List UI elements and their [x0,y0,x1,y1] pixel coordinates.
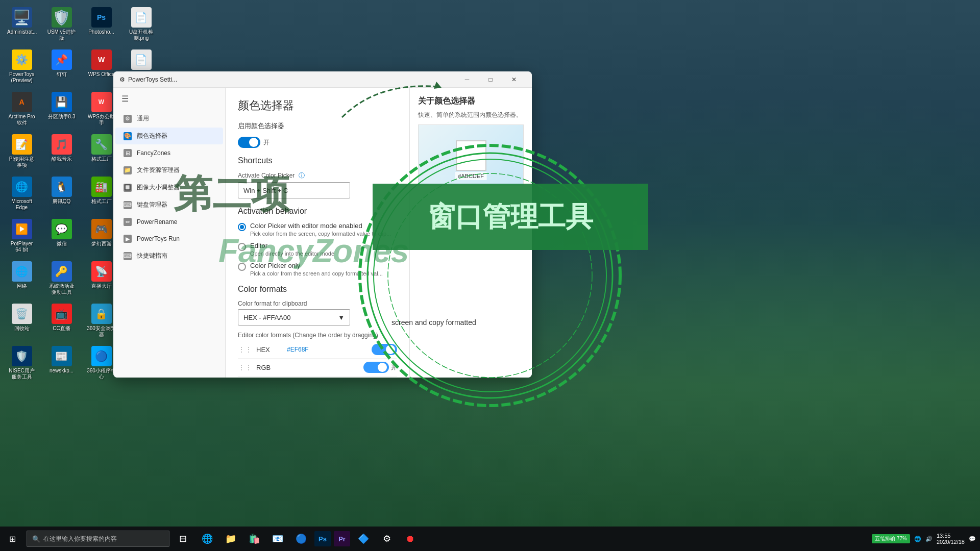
taskview-icon: ⊟ [179,533,187,544]
taskbar: ⊞ 🔍 在这里输入你要搜索的内容 ⊟ 🌐 📁 🛍️ 📧 🔵 Ps Pr 🔷 ⚙ … [0,527,980,551]
desktop-icon-admin[interactable]: 🖥️ Administrat... [5,5,38,43]
start-button[interactable]: ⊞ [0,527,24,551]
desktop-icon-potplayer[interactable]: ▶️ PotPlayer 64 bit [5,217,38,255]
desktop-icon-udisk-png[interactable]: 📄 U盘开机检 测.png [125,5,158,43]
desktop: 🖥️ Administrat... 🛡️ USM v5进护版 Ps Photos… [0,0,980,551]
desktop-icon-arctime[interactable]: A Arctime Pro软件 [5,90,38,128]
activation-behavior-title: Activation behavior [238,207,397,216]
color-formats-title: Color formats [238,285,397,294]
radio-group: Color Picker with editor mode enabled Pi… [238,222,397,277]
desktop-icon-news[interactable]: 📰 newskkp... [45,344,78,382]
desktop-icon-p-note[interactable]: 📝 P!使用注意事项 [5,132,38,170]
taskbar-chrome-icon[interactable]: 🔵 [290,528,312,550]
taskbar-mail-icon[interactable]: 📧 [266,528,289,550]
hex-toggle[interactable] [372,344,397,355]
hex-label: HEX [256,346,287,354]
sidebar-item-file-explorer[interactable]: 📁 文件资源管理器 [115,162,223,179]
clock-display: 13:55 2020/12/18 [937,533,965,545]
drag-handle-hex[interactable]: ⋮⋮ [238,345,252,354]
taskbar-app-icons: 🌐 📁 🛍️ 📧 🔵 Ps Pr 🔷 ⚙ ⏺ [196,528,422,550]
taskview-button[interactable]: ⊟ [172,528,194,550]
radio-circle-2[interactable] [238,243,246,251]
sidebar-general-label: 通用 [137,114,149,123]
radio-label-2: Editor [250,242,334,249]
search-icon: 🔍 [32,535,40,543]
file-explorer-icon: 📁 [124,166,132,174]
general-icon: ⚙ [124,115,132,123]
rgb-toggle-label: 开 [391,363,397,372]
minimize-button[interactable]: ─ [455,71,479,88]
close-button[interactable]: ✕ [502,71,526,88]
desktop-icon-edge[interactable]: 🌐 Microsoft Edge [5,174,38,213]
radio-circle-3[interactable] [238,263,246,271]
keyboard-icon: ⌨ [124,201,132,209]
taskbar-blue-icon[interactable]: 🔷 [352,528,375,550]
activate-input[interactable] [238,182,350,198]
desktop-icon-photoshop[interactable]: Ps Photosho... [85,5,118,43]
desktop-icon-recycle[interactable]: 🗑️ 回收站 [5,302,38,340]
radio-label-1: Color Picker with editor mode enabled [250,222,391,230]
info-icon: ⓘ [299,172,305,179]
sidebar-item-color-picker[interactable]: 🎨 颜色选择器 [115,128,223,144]
rgb-label: RGB [256,364,287,371]
image-resizer-icon: 🔲 [124,184,132,192]
preview-hex-label: #ABCDEF [455,172,487,180]
desktop-icon-wechat[interactable]: 💬 微信 [45,217,78,255]
desktop-icon-partition[interactable]: 💾 分区助手8.3 [45,90,78,128]
desktop-icon-activate[interactable]: 🔑 系统激活及驱动工具 [45,259,78,297]
about-title: 关于颜色选择器 [418,96,524,107]
volume-icon: 🔊 [925,536,933,542]
desktop-icon-qq[interactable]: 🐧 腾讯QQ [45,174,78,213]
radio-circle-1[interactable] [238,223,246,231]
enable-toggle[interactable] [238,137,260,148]
desktop-icon-nisec[interactable]: 🛡️ NISEC用户服务工具 [5,344,38,382]
taskbar-rec-icon[interactable]: ⏺ [399,528,422,550]
desktop-icon-cc[interactable]: 📺 CC直播 [45,302,78,340]
desktop-icon-dingding[interactable]: 📌 钉钉 [45,47,78,86]
desktop-icon-network[interactable]: 🌐 网络 [5,259,38,297]
clipboard-dropdown[interactable]: HEX - #FFAA00 ▼ [238,309,350,325]
radio-item-picker-only[interactable]: Color Picker only Pick a color from the … [238,262,397,277]
taskbar-search-box[interactable]: 🔍 在这里输入你要搜索的内容 [27,531,169,547]
maximize-button[interactable]: □ [479,71,502,88]
desktop-icon-powertoys[interactable]: ⚙️ PowerToys (Preview) [5,47,38,86]
page-title: 颜色选择器 [238,98,397,113]
notification-icon[interactable]: 💬 [969,536,976,542]
sidebar-item-fancyzones[interactable]: ⊞ FancyZones [115,145,223,161]
sidebar-item-powerrename[interactable]: ✏ PowerRename [115,214,223,230]
taskbar-store-icon[interactable]: 🛍️ [243,528,265,550]
taskbar-pr-icon[interactable]: Pr [334,531,350,546]
windows-icon: ⊞ [9,534,16,544]
sidebar-item-powertoys-run[interactable]: ▶ PowerToys Run [115,231,223,247]
taskbar-explorer-icon[interactable]: 📁 [219,528,242,550]
color-list-item-rgb[interactable]: ⋮⋮ RGB 开 [238,359,397,377]
sidebar-item-general[interactable]: ⚙ 通用 [115,110,223,127]
radio-label-3: Color Picker only [250,262,383,269]
rgb-toggle[interactable] [363,362,389,373]
preview-color-box [456,140,486,171]
toggle-row: 开 [238,137,397,148]
desktop-icon-usm[interactable]: 🛡️ USM v5进护版 [45,5,78,43]
sidebar-item-keyboard-manager[interactable]: ⌨ 键盘管理器 [115,196,223,213]
sidebar-item-shortcut-guide[interactable]: ⌨ 快捷键指南 [115,247,223,264]
desktop-icon-kuwo[interactable]: 🎵 酷我音乐 [45,132,78,170]
drag-handle-rgb[interactable]: ⋮⋮ [238,363,252,371]
sidebar-header: ☰ [113,88,225,110]
color-list-item-hex[interactable]: ⋮⋮ HEX #EF68F [238,341,397,359]
hamburger-icon[interactable]: ☰ [121,94,129,104]
radio-item-editor[interactable]: Editor Open directly into the editor mod… [238,242,397,257]
search-placeholder: 在这里输入你要搜索的内容 [43,535,117,543]
clipboard-label: Color format for clipboard [238,300,397,307]
taskbar-unknown1-icon[interactable]: ⚙ [376,528,398,550]
sidebar-item-image-resizer[interactable]: 🔲 图像大小调整器 [115,179,223,196]
sidebar-image-resizer-label: 图像大小调整器 [137,183,180,192]
radio-desc-3: Pick a color from the screen and copy fo… [250,270,383,277]
sidebar-fancyzones-label: FancyZones [137,149,170,157]
dropdown-arrow-icon: ▼ [338,314,345,321]
preview-image: #ABCDEF [418,124,524,186]
taskbar-edge-icon[interactable]: 🌐 [196,528,218,550]
taskbar-ps-icon[interactable]: Ps [314,531,331,546]
radio-item-color-picker-editor[interactable]: Color Picker with editor mode enabled Pi… [238,222,397,237]
input-method-badge[interactable]: 五笔排输 77% [872,534,910,543]
network-icon: 🌐 [914,536,921,542]
